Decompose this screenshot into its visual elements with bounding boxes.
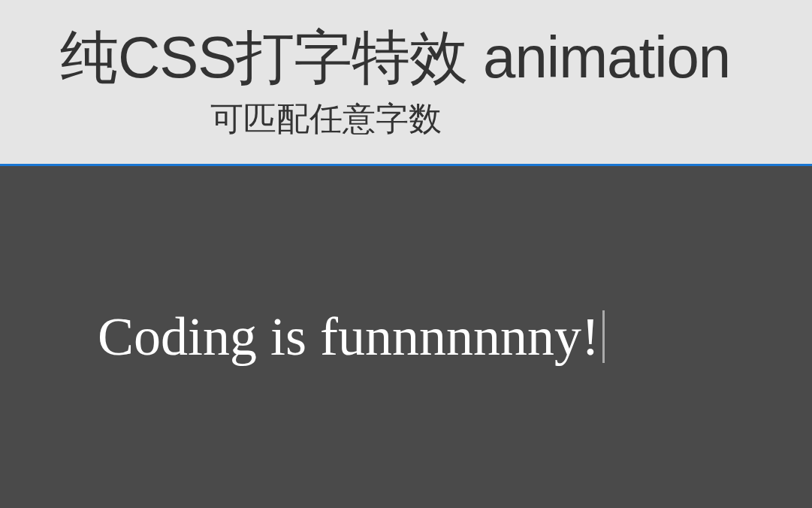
page-title: 纯CSS打字特效 animation xyxy=(60,23,774,93)
header-section: 纯CSS打字特效 animation 可匹配任意字数 xyxy=(0,0,812,164)
typing-text: Coding is funnnnnnny! xyxy=(98,306,599,368)
blinking-cursor-icon xyxy=(602,310,605,363)
page-subtitle: 可匹配任意字数 xyxy=(210,97,774,141)
typing-effect-wrapper: Coding is funnnnnnny! xyxy=(98,306,605,368)
demo-area: Coding is funnnnnnny! xyxy=(0,166,812,508)
